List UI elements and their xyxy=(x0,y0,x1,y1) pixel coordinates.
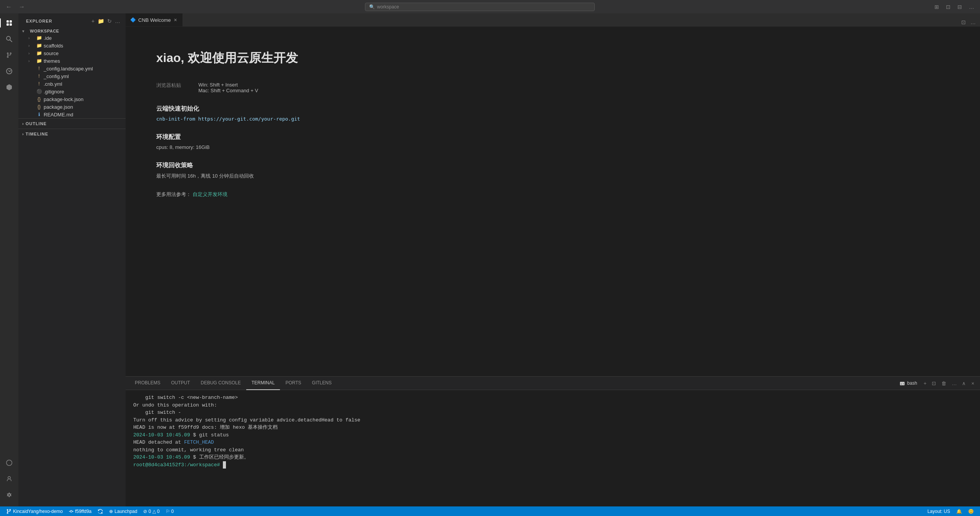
activity-bottom xyxy=(2,471,17,506)
terminal-line-10: 2024-10-03 10:45.09 $ git status xyxy=(133,431,972,439)
statusbar-right: Layout: US 🔔 😊 xyxy=(924,506,977,516)
activity-btn-run[interactable] xyxy=(2,64,17,79)
panel-tabs: PROBLEMS OUTPUT DEBUG CONSOLE TERMINAL P… xyxy=(126,377,980,390)
tree-label-package-lock: package-lock.json xyxy=(44,96,83,102)
activity-btn-remote[interactable] xyxy=(2,455,17,470)
statusbar-launchpad[interactable]: ⊕ Launchpad xyxy=(106,506,140,516)
titlebar-search[interactable]: 🔍 workspace xyxy=(365,3,595,11)
activity-btn-search[interactable] xyxy=(2,31,17,47)
more-options-button[interactable]: … xyxy=(114,17,121,25)
activity-btn-explorer[interactable] xyxy=(2,15,17,31)
cloud-init-cmd: cnb-init-from https://your-git.com/your-… xyxy=(156,116,949,122)
panel-maximize-button[interactable]: ∧ xyxy=(960,380,968,387)
env-config-title: 环境配置 xyxy=(156,133,949,141)
sidebar-section-outline: › OUTLINE xyxy=(18,118,126,129)
tree-item-package-json[interactable]: {} package.json xyxy=(18,103,126,111)
statusbar-sync[interactable] xyxy=(95,506,106,516)
outline-label: OUTLINE xyxy=(26,121,47,126)
editor-content: xiao, 欢迎使用云原生开发 浏览器粘贴 Win: Shift + Inser… xyxy=(126,27,980,376)
panel-tab-debug-console[interactable]: DEBUG CONSOLE xyxy=(195,377,246,390)
tree-item-config-landscape[interactable]: ! _config.landscape.yml xyxy=(18,65,126,72)
activity-btn-source-control[interactable] xyxy=(2,47,17,63)
file-icon-cnb-yml: ! xyxy=(36,81,42,87)
terminal-line-3: Or undo this operation with: xyxy=(133,402,972,409)
panel-tab-ports[interactable]: PORTS xyxy=(280,377,306,390)
tab-close-cnb-welcome[interactable]: × xyxy=(173,17,178,23)
kill-terminal-button[interactable]: 🗑 xyxy=(939,380,948,387)
timeline-header[interactable]: › TIMELINE xyxy=(18,131,126,137)
tree-item-cnb-yml[interactable]: ! .cnb.yml xyxy=(18,80,126,88)
activity-btn-extensions[interactable] xyxy=(2,80,17,95)
statusbar-warnings[interactable]: ⚐ 0 xyxy=(163,506,177,516)
env-recycle-value: 最长可用时间 16h，离线 10 分钟后自动回收 xyxy=(156,173,949,180)
more-usage-link[interactable]: 自定义开发环境 xyxy=(193,191,227,197)
launchpad-icon: ⊕ xyxy=(109,509,113,514)
branch-name: KincaidYang/hexo-demo xyxy=(13,509,63,514)
browser-paste-section: 浏览器粘贴 Win: Shift + Insert Mac: Shift + C… xyxy=(156,82,949,93)
statusbar-commit[interactable]: f59ffd9a xyxy=(66,506,95,516)
tab-cnb-welcome[interactable]: 🔷 CNB Welcome × xyxy=(126,13,183,26)
forward-button[interactable]: → xyxy=(17,3,27,11)
layout-panel-button[interactable]: ⊡ xyxy=(944,3,952,11)
tree-item-gitignore[interactable]: ⚫ .gitignore xyxy=(18,88,126,95)
tree-item-scaffolds[interactable]: › 📁 scaffolds xyxy=(18,42,126,49)
cloud-init-section: 云端快速初始化 cnb-init-from https://your-git.c… xyxy=(156,105,949,122)
panel-more-button[interactable]: … xyxy=(950,380,959,387)
more-usage-text: 更多用法参考： 自定义开发环境 xyxy=(156,191,949,198)
statusbar-feedback[interactable]: 😊 xyxy=(965,506,977,516)
panel-tab-terminal[interactable]: TERMINAL xyxy=(246,377,280,390)
warnings-label: ⚐ 0 xyxy=(166,509,174,514)
env-config-section: 环境配置 cpus: 8, memory: 16GiB xyxy=(156,133,949,150)
statusbar-branch[interactable]: KincaidYang/hexo-demo xyxy=(3,506,66,516)
new-terminal-button[interactable]: + xyxy=(922,380,929,387)
panel-close-button[interactable]: × xyxy=(969,380,976,387)
tree-item-readme[interactable]: ℹ README.md xyxy=(18,111,126,118)
outline-arrow-icon: › xyxy=(22,121,24,126)
tree-label-readme: README.md xyxy=(44,112,73,118)
terminal-line-1: git switch -c <new-branch-name> xyxy=(133,394,972,402)
activity-btn-account[interactable] xyxy=(2,471,17,487)
terminal-cursor-line: root@8d4ca34152f3:/workspace# xyxy=(133,461,972,469)
folder-icon-scaffolds: 📁 xyxy=(36,42,42,49)
more-editor-button[interactable]: … xyxy=(969,18,978,26)
welcome-title: xiao, 欢迎使用云原生开发 xyxy=(156,50,949,67)
tree-label-themes: themes xyxy=(44,58,60,64)
new-file-button[interactable]: + xyxy=(91,17,95,25)
tree-item-ide[interactable]: › 📁 .ide xyxy=(18,34,126,42)
tree-label-config-yml: _config.yml xyxy=(44,73,69,79)
tree-item-config-yml[interactable]: ! _config.yml xyxy=(18,72,126,80)
panel-tab-gitlens[interactable]: GITLENS xyxy=(307,377,337,390)
tree-workspace-root[interactable]: ▾ WORKSPACE xyxy=(18,28,126,34)
new-folder-button[interactable]: 📁 xyxy=(97,17,105,25)
tree-item-source[interactable]: › 📁 source xyxy=(18,49,126,57)
terminal-line-12: nothing to commit, working tree clean xyxy=(133,446,972,454)
statusbar: KincaidYang/hexo-demo f59ffd9a ⊕ Launchp… xyxy=(0,506,980,516)
tree-item-themes[interactable]: › 📁 themes xyxy=(18,57,126,65)
refresh-button[interactable]: ↻ xyxy=(106,17,113,25)
panel-tab-problems[interactable]: PROBLEMS xyxy=(129,377,166,390)
activity-btn-settings[interactable] xyxy=(2,487,17,503)
panel-tab-output[interactable]: OUTPUT xyxy=(166,377,195,390)
file-icon-config-landscape: ! xyxy=(36,65,42,72)
tree-item-package-lock[interactable]: {} package-lock.json xyxy=(18,95,126,103)
feedback-icon: 😊 xyxy=(968,509,974,514)
back-button[interactable]: ← xyxy=(4,3,14,11)
cloud-init-code: cnb-init-from https://your-git.com/your-… xyxy=(156,116,300,122)
main-container: EXPLORER + 📁 ↻ … ▾ WORKSPACE › 📁 .ide xyxy=(0,13,980,506)
themes-arrow: › xyxy=(28,59,34,63)
outline-header[interactable]: › OUTLINE xyxy=(18,120,126,127)
split-editor-button[interactable]: ⊡ xyxy=(959,18,968,26)
layout-split-button[interactable]: ⊞ xyxy=(933,3,941,11)
layout-zen-button[interactable]: ⊟ xyxy=(955,3,964,11)
titlebar: ← → 🔍 workspace ⊞ ⊡ ⊟ … xyxy=(0,0,980,13)
statusbar-errors[interactable]: ⊘ 0 △ 0 xyxy=(140,506,162,516)
statusbar-bell[interactable]: 🔔 xyxy=(953,506,965,516)
file-icon-config-yml: ! xyxy=(36,73,42,79)
statusbar-layout[interactable]: Layout: US xyxy=(924,506,953,516)
split-terminal-button[interactable]: ⊡ xyxy=(930,380,938,387)
more-button[interactable]: … xyxy=(967,3,976,11)
tree-label-package-json: package.json xyxy=(44,104,73,110)
terminal-content[interactable]: git switch -c <new-branch-name> Or undo … xyxy=(126,390,980,506)
terminal-line-11: HEAD detached at FETCH_HEAD xyxy=(133,439,972,446)
sidebar-title: EXPLORER xyxy=(26,19,52,23)
